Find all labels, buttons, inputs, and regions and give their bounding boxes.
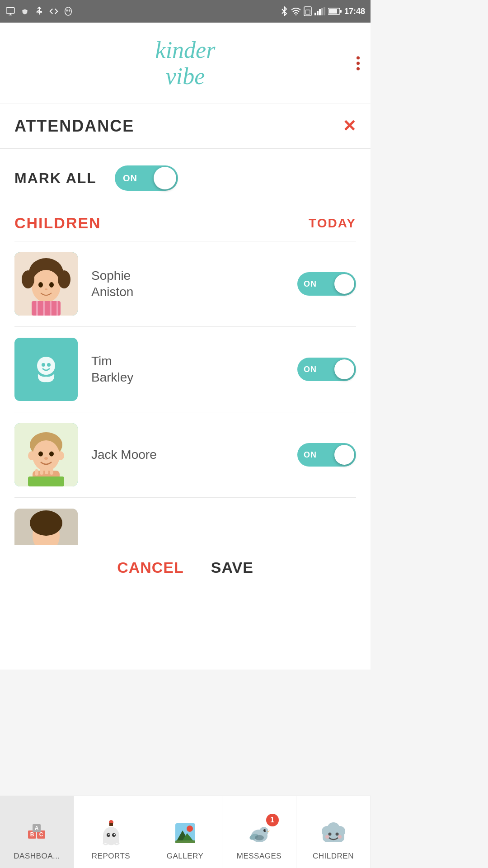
- svg-point-27: [22, 270, 34, 288]
- dashboard-icon-area: B C A: [21, 817, 53, 849]
- toggle-circle-tim: [334, 359, 354, 379]
- svg-point-28: [58, 270, 70, 288]
- svg-rect-23: [329, 9, 337, 14]
- nav-item-gallery[interactable]: GALLERY: [148, 796, 222, 868]
- alien-icon: [63, 6, 73, 16]
- save-button[interactable]: SAVE: [211, 559, 253, 576]
- svg-point-74: [187, 826, 193, 832]
- status-icons-right: 17:48: [280, 6, 365, 16]
- wifi-icon: [291, 7, 301, 15]
- toggle-circle: [154, 167, 176, 189]
- more-options-button[interactable]: [357, 56, 360, 70]
- close-button[interactable]: ✕: [343, 117, 356, 136]
- svg-point-29: [38, 282, 43, 288]
- svg-point-8: [37, 11, 39, 13]
- messages-icon-area: 1: [244, 817, 275, 849]
- child-placeholder-icon: [28, 351, 64, 387]
- svg-point-56: [30, 510, 62, 536]
- children-icon-area: [318, 817, 349, 849]
- child-name-sophie: SophieAniston: [91, 268, 284, 301]
- svg-point-79: [263, 829, 266, 832]
- svg-point-39: [47, 363, 51, 367]
- gallery-icon-area: [169, 817, 201, 849]
- sophie-photo: [14, 252, 78, 316]
- svg-point-44: [57, 451, 64, 460]
- nav-item-reports[interactable]: REPORTS: [74, 796, 148, 868]
- svg-point-26: [32, 270, 61, 302]
- svg-rect-32: [32, 301, 61, 316]
- nav-item-children[interactable]: CHILDREN: [296, 796, 371, 868]
- bluetooth-icon: [280, 6, 288, 16]
- reports-icon-area: [95, 817, 127, 849]
- attendance-header: ATTENDANCE ✕: [0, 104, 371, 149]
- svg-point-13: [295, 14, 296, 16]
- child-avatar-sophie: [14, 252, 78, 316]
- svg-point-89: [325, 835, 329, 839]
- status-bar: 17:48: [0, 0, 371, 23]
- svg-rect-64: [109, 823, 113, 826]
- svg-point-30: [49, 282, 54, 288]
- children-section: CHILDREN TODAY: [0, 207, 371, 545]
- svg-point-87: [328, 833, 331, 836]
- child-row-tim: TimBarkley ON: [14, 326, 356, 412]
- svg-point-82: [255, 835, 264, 840]
- signal-icon: [314, 7, 325, 15]
- child-row-sophie: SophieAniston ON: [14, 241, 356, 326]
- svg-point-45: [38, 452, 43, 457]
- toggle-circle-sophie: [334, 274, 354, 294]
- svg-point-92: [334, 824, 338, 828]
- svg-rect-50: [35, 469, 38, 476]
- svg-rect-49: [28, 476, 64, 486]
- cancel-button[interactable]: CANCEL: [117, 559, 184, 576]
- mark-all-toggle[interactable]: ON: [115, 165, 178, 191]
- nav-label-messages: MESSAGES: [237, 852, 282, 861]
- svg-point-47: [44, 457, 48, 460]
- svg-point-9: [40, 11, 42, 13]
- toggle-circle-jack: [334, 445, 354, 465]
- children-section-label: CHILDREN: [14, 214, 101, 232]
- cloud-face-icon: [321, 821, 346, 845]
- toggle-jack[interactable]: ON: [297, 443, 356, 467]
- child-name-tim: TimBarkley: [91, 353, 284, 386]
- action-buttons: CANCEL SAVE: [0, 545, 371, 593]
- svg-point-11: [66, 9, 68, 12]
- app-header: kinder vibe: [0, 23, 371, 104]
- clock: 17:48: [344, 7, 365, 16]
- svg-rect-52: [45, 468, 48, 474]
- svg-point-10: [65, 7, 72, 15]
- svg-rect-53: [50, 468, 53, 475]
- svg-point-37: [37, 357, 55, 375]
- cat-icon: [20, 6, 30, 16]
- child-row-jack: Jack Moore ON: [14, 412, 356, 497]
- usb-icon: [34, 6, 44, 16]
- svg-point-80: [265, 830, 266, 830]
- mark-all-label: MARK ALL: [14, 170, 97, 187]
- svg-point-3: [23, 9, 28, 14]
- child-name-jack: Jack Moore: [91, 447, 284, 463]
- svg-rect-66: [103, 836, 119, 843]
- toggle-tim[interactable]: ON: [297, 358, 356, 381]
- nav-label-gallery: GALLERY: [167, 852, 204, 861]
- attendance-section: ATTENDANCE ✕ MARK ALL ON CHILDREN TODAY: [0, 104, 371, 545]
- svg-point-46: [49, 452, 54, 457]
- svg-rect-22: [340, 10, 342, 13]
- landscape-icon: [174, 821, 197, 845]
- svg-rect-0: [6, 8, 14, 14]
- messages-badge: 1: [266, 814, 279, 826]
- mark-all-toggle-label: ON: [123, 173, 137, 184]
- nav-label-dashboard: DASHBOA...: [14, 852, 60, 861]
- svg-text:B: B: [30, 831, 34, 838]
- toggle-sophie[interactable]: ON: [297, 272, 356, 296]
- status-icons-left: [5, 6, 73, 16]
- svg-rect-16: [314, 13, 316, 15]
- svg-rect-75: [175, 840, 195, 843]
- nav-item-messages[interactable]: 1 MESSAGES: [222, 796, 296, 868]
- ghost-icon: [99, 820, 123, 847]
- toggle-label-sophie: ON: [304, 279, 317, 289]
- svg-point-90: [338, 835, 342, 839]
- today-label: TODAY: [309, 216, 356, 231]
- children-header-row: CHILDREN TODAY: [14, 207, 356, 241]
- nav-item-dashboard[interactable]: B C A DASHBOA...: [0, 796, 74, 868]
- jack-photo: [14, 423, 78, 486]
- svg-text:A: A: [34, 825, 38, 831]
